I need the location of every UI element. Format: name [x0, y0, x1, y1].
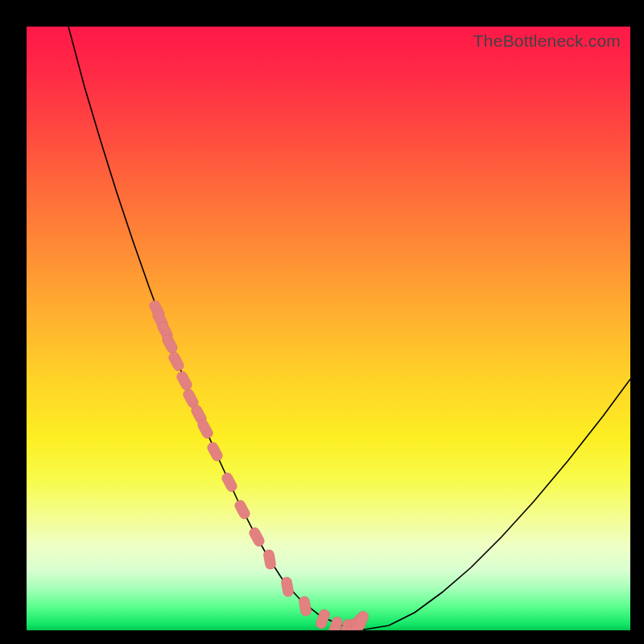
- overlay-point: [281, 576, 295, 597]
- overlay-point: [315, 609, 331, 630]
- overlay-point: [299, 596, 312, 617]
- overlay-point: [263, 549, 277, 570]
- overlay-point: [233, 498, 252, 520]
- overlay-point: [167, 350, 186, 372]
- overlay-point: [206, 440, 225, 462]
- plot-area: TheBottleneck.com: [27, 27, 630, 630]
- overlay-point: [248, 526, 266, 547]
- overlay-point: [221, 471, 239, 493]
- overlay-point: [175, 369, 194, 391]
- bottleneck-curve: [68, 27, 630, 630]
- overlay-points-group: [148, 299, 370, 630]
- chart-overlay-svg: [27, 27, 630, 630]
- chart-frame: TheBottleneck.com: [0, 0, 644, 644]
